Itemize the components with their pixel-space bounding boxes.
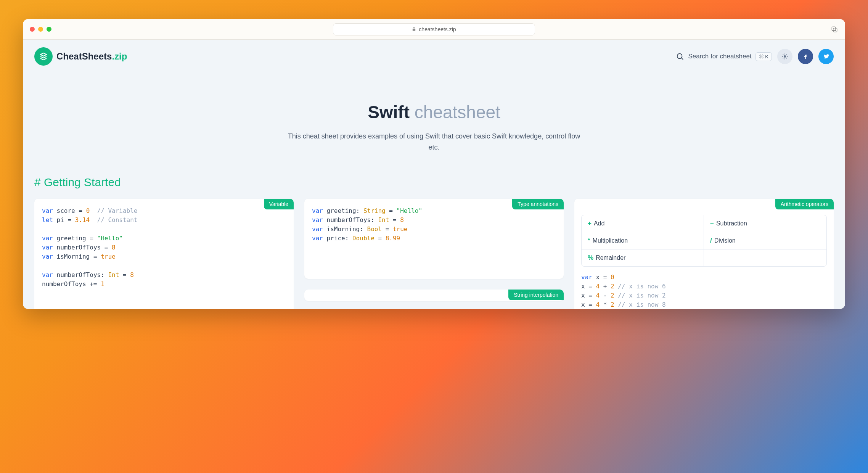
code-block-variable: var score = 0 // Variable let pi = 3.14 …: [42, 206, 286, 289]
column-middle: Type annotations var greeting: String = …: [304, 199, 564, 309]
url-bar[interactable]: cheatsheets.zip: [333, 23, 535, 35]
twitter-icon: [823, 53, 829, 60]
search-shortcut: ⌘ K: [755, 52, 772, 61]
column-right: Arithmetic operators +Add −Subtraction *…: [574, 199, 834, 309]
browser-window: cheatsheets.zip CheatSheets.zip Search f…: [23, 19, 845, 309]
traffic-lights: [30, 27, 51, 32]
sun-icon: [781, 53, 788, 60]
op-subtract: −Subtraction: [704, 215, 826, 232]
facebook-icon: [802, 53, 809, 60]
op-empty: [704, 249, 826, 266]
code-block-types: var greeting: String = "Hello" var numbe…: [312, 206, 556, 243]
close-window-button[interactable]: [30, 27, 35, 32]
logo-mark-icon: [39, 52, 48, 61]
page-content: CheatSheets.zip Search for cheatsheet ⌘ …: [23, 40, 845, 309]
svg-line-10: [786, 58, 787, 59]
search-placeholder: Search for cheatsheet: [688, 53, 751, 60]
card-arithmetic-operators: Arithmetic operators +Add −Subtraction *…: [574, 199, 834, 309]
svg-point-4: [784, 55, 786, 58]
card-type-annotations: Type annotations var greeting: String = …: [304, 199, 564, 279]
card-variable: Variable var score = 0 // Variable let p…: [34, 199, 294, 309]
twitter-link[interactable]: [818, 49, 834, 64]
page-title: Swift cheatsheet: [38, 102, 830, 122]
operator-table: +Add −Subtraction *Multiplication /Divis…: [581, 215, 827, 267]
card-tag: Arithmetic operators: [775, 199, 834, 209]
browser-chrome: cheatsheets.zip: [23, 19, 845, 40]
hero: Swift cheatsheet This cheat sheet provid…: [23, 66, 845, 176]
svg-line-12: [786, 55, 787, 55]
search-trigger[interactable]: Search for cheatsheet ⌘ K: [676, 52, 772, 61]
page-subtitle: This cheat sheet provides examples of us…: [285, 131, 583, 153]
op-remainder: %Remainder: [582, 249, 704, 266]
svg-point-2: [677, 54, 682, 59]
card-tag: String interpolation: [508, 290, 564, 300]
card-string-interpolation: String interpolation: [304, 290, 564, 301]
op-add: +Add: [582, 215, 704, 232]
op-multiply: *Multiplication: [582, 232, 704, 249]
svg-line-11: [783, 58, 784, 59]
card-tag: Variable: [264, 199, 294, 209]
facebook-link[interactable]: [798, 49, 813, 64]
card-tag: Type annotations: [512, 199, 564, 209]
minimize-window-button[interactable]: [38, 27, 43, 32]
search-icon: [676, 52, 684, 61]
section-getting-started: # Getting Started Variable var score = 0…: [23, 176, 845, 309]
logo-badge: [34, 47, 53, 66]
site-header: CheatSheets.zip Search for cheatsheet ⌘ …: [23, 40, 845, 66]
section-heading: # Getting Started: [34, 176, 834, 189]
maximize-window-button[interactable]: [47, 27, 51, 32]
lock-icon: [412, 27, 416, 31]
site-logo[interactable]: CheatSheets.zip: [34, 47, 127, 66]
url-text: cheatsheets.zip: [419, 26, 456, 32]
svg-rect-1: [832, 27, 836, 31]
svg-line-3: [682, 58, 683, 60]
logo-text: CheatSheets.zip: [56, 51, 127, 62]
svg-line-9: [783, 55, 784, 55]
code-block-arith: var x = 0 x = 4 + 2 // x is now 6 x = 4 …: [581, 273, 827, 309]
op-divide: /Division: [704, 232, 826, 249]
copy-icon[interactable]: [831, 26, 838, 33]
svg-rect-0: [833, 28, 837, 32]
theme-toggle-button[interactable]: [777, 49, 792, 64]
